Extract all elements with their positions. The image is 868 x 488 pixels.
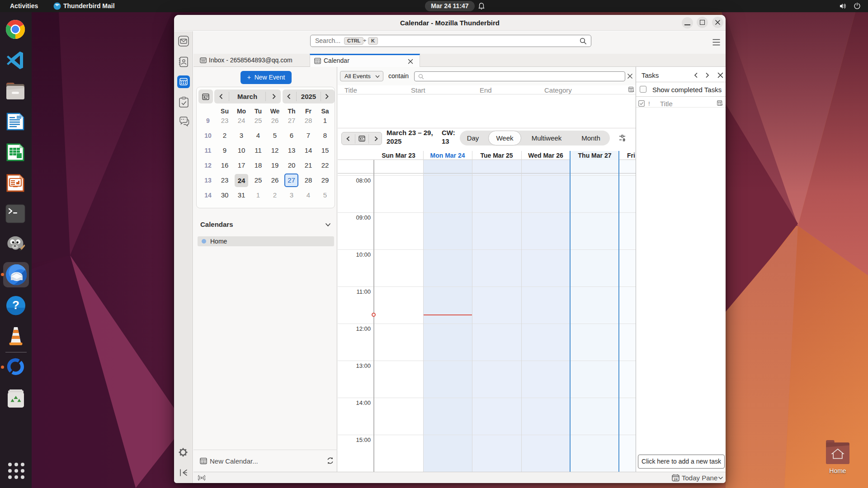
svg-text:?: ?: [12, 298, 19, 312]
svg-text:24: 24: [674, 477, 678, 481]
